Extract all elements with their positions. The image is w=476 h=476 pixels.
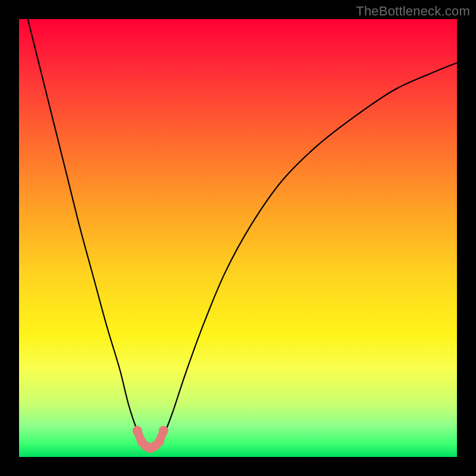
chart-frame: TheBottleneck.com bbox=[0, 0, 476, 476]
highlight-dot bbox=[133, 426, 142, 436]
chart-svg bbox=[19, 19, 457, 457]
highlight-dots-group bbox=[133, 426, 168, 453]
highlight-dot bbox=[155, 437, 164, 446]
plot-area bbox=[19, 19, 457, 457]
highlight-dot bbox=[159, 426, 168, 436]
bottleneck-curve bbox=[28, 19, 457, 448]
watermark-text: TheBottleneck.com bbox=[356, 4, 470, 19]
